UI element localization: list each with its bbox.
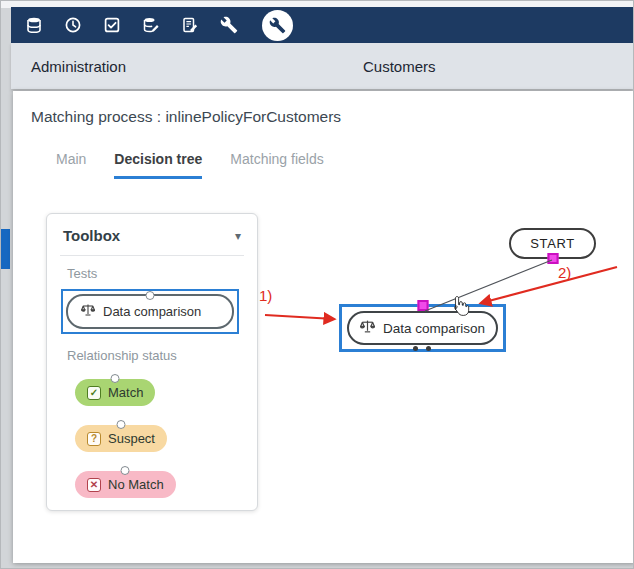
wrench-circle-icon[interactable] bbox=[262, 10, 293, 41]
menu-customers[interactable]: Customers bbox=[363, 43, 436, 89]
menu-bar: Administration Customers bbox=[11, 43, 633, 89]
suspect-label: Suspect bbox=[108, 431, 155, 446]
connector-port-circle bbox=[111, 374, 120, 383]
main-panel: Matching process : inlinePolicyForCustom… bbox=[13, 91, 634, 563]
chevron-down-icon[interactable] bbox=[235, 229, 241, 243]
match-check-icon bbox=[87, 386, 101, 400]
sidebar-selection-fragment bbox=[1, 229, 10, 269]
database-icon[interactable] bbox=[25, 16, 43, 34]
app-screen: Administration Customers Matching proces… bbox=[0, 0, 634, 569]
tab-bar: Main Decision tree Matching fields bbox=[56, 151, 324, 179]
tab-decision-tree[interactable]: Decision tree bbox=[114, 151, 202, 179]
annotation-1-label: 1) bbox=[259, 287, 272, 304]
annotation-2-label: 2) bbox=[558, 264, 571, 281]
no-match-x-icon bbox=[87, 478, 101, 492]
node-top-port[interactable] bbox=[417, 300, 428, 311]
data-comparison-label: Data comparison bbox=[103, 304, 201, 319]
data-comparison-pill: Data comparison bbox=[66, 294, 234, 329]
toolbox-item-data-comparison[interactable]: Data comparison bbox=[61, 289, 239, 334]
top-navbar bbox=[11, 7, 633, 43]
toolbox-item-no-match[interactable]: No Match bbox=[75, 471, 176, 498]
match-label: Match bbox=[108, 385, 143, 400]
toolbox-item-match[interactable]: Match bbox=[75, 379, 155, 406]
tab-main[interactable]: Main bbox=[56, 151, 86, 179]
connector-port-circle bbox=[116, 420, 125, 429]
suspect-question-icon bbox=[87, 432, 101, 446]
start-node-label: START bbox=[530, 236, 574, 251]
data-comparison-node-pill: Data comparison bbox=[347, 311, 498, 345]
clock-icon[interactable] bbox=[64, 16, 82, 34]
node-bottom-port[interactable] bbox=[426, 346, 431, 351]
node-bottom-port[interactable] bbox=[413, 346, 418, 351]
data-comparison-node[interactable]: Data comparison bbox=[339, 304, 506, 352]
clipboard-edit-icon[interactable] bbox=[181, 16, 199, 34]
start-node[interactable]: START bbox=[509, 228, 596, 259]
connector-port-circle bbox=[121, 466, 130, 475]
wrench-small-icon[interactable] bbox=[220, 16, 238, 34]
database-edit-icon[interactable] bbox=[142, 16, 160, 34]
page-title: Matching process : inlinePolicyForCustom… bbox=[31, 108, 341, 126]
toolbox-title: Toolbox bbox=[63, 227, 120, 244]
section-tests-label: Tests bbox=[47, 256, 257, 281]
toolbox-panel: Toolbox Tests bbox=[46, 213, 258, 511]
toolbox-header: Toolbox bbox=[47, 214, 257, 255]
check-square-icon[interactable] bbox=[103, 16, 121, 34]
no-match-label: No Match bbox=[108, 477, 164, 492]
connector-port-circle bbox=[146, 291, 155, 300]
scale-icon bbox=[360, 319, 375, 337]
status-pill-stack: Match Suspect No Match bbox=[75, 379, 257, 498]
start-node-port[interactable] bbox=[547, 253, 558, 264]
tab-matching-fields[interactable]: Matching fields bbox=[230, 151, 323, 179]
node-label: Data comparison bbox=[383, 321, 485, 336]
menu-administration[interactable]: Administration bbox=[31, 43, 126, 89]
scale-icon bbox=[81, 303, 95, 320]
toolbox-item-suspect[interactable]: Suspect bbox=[75, 425, 167, 452]
section-relationship-label: Relationship status bbox=[47, 334, 257, 363]
